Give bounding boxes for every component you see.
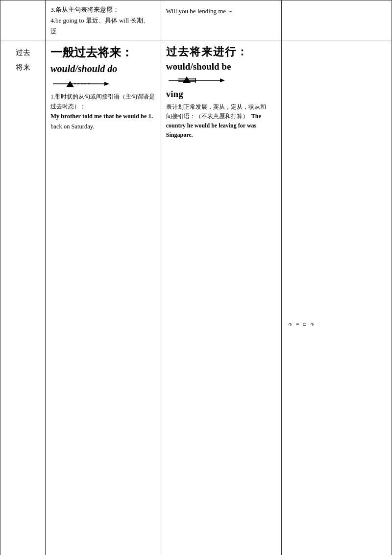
timeline-svg-cont <box>166 75 225 86</box>
past-future-cont-formula1: would/should be <box>166 61 276 72</box>
note-4: 4.be going to 最近、具体 will 长期、泛 <box>50 15 156 37</box>
notes-r2-mid1: 1.带时状的从句或间接引语（主句谓语是过去时态）； <box>50 92 156 111</box>
notes-r1: 3.条从主句表将来意愿； 4.be going to 最近、具体 will 长期… <box>50 4 156 37</box>
cell-r1-mid1: 3.条从主句表将来意愿； 4.be going to 最近、具体 will 长期… <box>46 0 161 41</box>
past-future-simple-heading: 一般过去将来： <box>50 45 156 60</box>
note-3: 3.条从主句表将来意愿； <box>50 4 156 15</box>
past-future-label: 过去 将来 <box>5 45 40 75</box>
right-col-text: e n s e <box>287 45 316 555</box>
table-row-1: 3.条从主句表将来意愿； 4.be going to 最近、具体 will 长期… <box>0 0 392 41</box>
svg-marker-8 <box>183 76 191 83</box>
past-future-cont-heading: 过去将来进行： <box>166 45 276 59</box>
ense-text: e n s e <box>287 323 316 327</box>
cell-r2-left: 过去 将来 <box>0 41 46 555</box>
timeline-cont <box>166 75 276 86</box>
past-future-simple-formula: would/should do <box>50 63 156 75</box>
top-table: 3.条从主句表将来意愿； 4.be going to 最近、具体 will 长期… <box>0 0 392 555</box>
cell-r2-mid1: 一般过去将来： would/should do 1.带时状的从句或间接引语（主句… <box>46 41 161 555</box>
timeline-simple <box>50 78 156 89</box>
cell-r1-right <box>281 0 392 41</box>
svg-marker-1 <box>104 82 109 86</box>
table-row-2: 过去 将来 一般过去将来： would/should do <box>0 41 392 555</box>
example-rest-r2: back on Saturday. <box>50 123 94 130</box>
example-r2-mid1: My brother told me that he would be 1. b… <box>50 111 156 132</box>
cell-r1-mid2: Will you be lending me ～ <box>161 0 281 41</box>
timeline-svg-simple <box>50 78 109 89</box>
example-r1: Will you be lending me ～ <box>166 4 276 16</box>
past-future-cont-formula2: ving <box>166 89 276 100</box>
cell-r2-right: e n s e <box>281 41 392 555</box>
svg-marker-5 <box>220 78 225 82</box>
cont-usage: 表计划正常发展，宾从，定从，状从和 <box>166 102 276 112</box>
cont-indirect: 间接引语：（不表意愿和打算） The country he would be l… <box>166 112 276 140</box>
cell-r1-left <box>0 0 46 41</box>
cell-r2-mid2: 过去将来进行： would/should be <box>161 41 281 555</box>
page: 3.条从主句表将来意愿； 4.be going to 最近、具体 will 长期… <box>0 0 392 555</box>
example-bold-r2: My brother told me that he would be 1. <box>50 113 153 120</box>
